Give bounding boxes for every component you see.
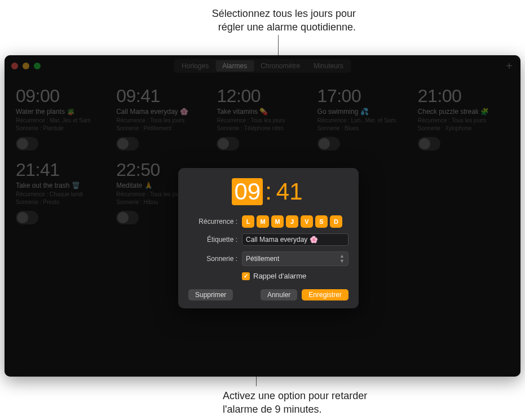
- time-minutes[interactable]: 41: [274, 178, 305, 205]
- etiquette-label: Étiquette :: [188, 236, 242, 244]
- alarm-toggle[interactable]: [217, 137, 239, 151]
- snooze-row: ✓ Rappel d'alarme: [242, 272, 348, 280]
- tab-alarmes[interactable]: Alarmes: [215, 60, 254, 72]
- callout-text: l'alarme de 9 minutes.: [223, 404, 322, 415]
- alarm-repeat: Récurrence : Tous les jours: [217, 117, 308, 123]
- alarm-sound: Sonnerie : Presto: [16, 199, 107, 205]
- day-sunday[interactable]: D: [330, 215, 342, 228]
- repeat-row: Récurrence : L M M J V S D: [188, 215, 348, 228]
- delete-button[interactable]: Supprimer: [188, 289, 233, 300]
- snooze-checkbox[interactable]: ✓: [242, 272, 250, 280]
- day-thursday[interactable]: J: [286, 215, 298, 228]
- alarm-label: Go swimming 💦: [317, 108, 409, 116]
- callout-text: Activez une option pour retarder: [223, 390, 367, 401]
- alarm-repeat: Récurrence : Tous les jours: [116, 117, 208, 123]
- alarm-time: 09:00: [16, 86, 107, 107]
- chevron-updown-icon: ▲▼: [339, 254, 345, 264]
- alarm-label: Take vitamins 💊: [217, 108, 308, 116]
- alarm-card[interactable]: 17:00 Go swimming 💦 Récurrence : Lun., M…: [317, 86, 409, 151]
- alarm-label: Call Mama everyday 🌸: [116, 108, 208, 116]
- alarm-toggle[interactable]: [418, 137, 440, 151]
- minimize-icon[interactable]: [23, 63, 29, 69]
- titlebar: Horloges Alarmes Chronomètre Minuteurs +: [5, 55, 520, 77]
- window-controls: [11, 63, 41, 69]
- fullscreen-icon[interactable]: [34, 63, 41, 69]
- alarm-repeat: Récurrence : Lun., Mer. et Sam.: [317, 117, 409, 123]
- sonnerie-label: Sonnerie :: [188, 255, 242, 263]
- tab-chronometre[interactable]: Chronomètre: [254, 60, 307, 72]
- alarm-time: 21:41: [16, 160, 107, 180]
- alarm-toggle[interactable]: [116, 211, 139, 224]
- cancel-button[interactable]: Annuler: [261, 289, 297, 300]
- alarm-label: Check puzzle streak 🧩: [418, 108, 509, 116]
- callout-bottom: Activez une option pour retarder l'alarm…: [223, 389, 367, 417]
- alarm-card[interactable]: 12:00 Take vitamins 💊 Récurrence : Tous …: [217, 86, 308, 151]
- alarm-toggle[interactable]: [16, 137, 38, 151]
- day-monday[interactable]: L: [242, 215, 254, 228]
- day-wednesday[interactable]: M: [271, 215, 284, 228]
- alarm-card[interactable]: 21:00 Check puzzle streak 🧩 Récurrence :…: [418, 86, 509, 151]
- day-friday[interactable]: V: [301, 215, 313, 228]
- edit-alarm-modal: 09 : 41 Récurrence : L M M J V S D Étiqu…: [178, 168, 359, 308]
- alarm-time: 12:00: [217, 86, 308, 107]
- snooze-label: Rappel d'alarme: [253, 272, 306, 280]
- alarm-sound: Sonnerie : Xylophone: [418, 125, 509, 131]
- alarm-sound: Sonnerie : Plantule: [16, 125, 107, 131]
- etiquette-input[interactable]: Call Mama everyday 🌸: [242, 233, 348, 246]
- time-hours[interactable]: 09: [232, 178, 263, 205]
- alarm-toggle[interactable]: [16, 211, 38, 224]
- callout-text: Sélectionnez tous les jours pour: [212, 8, 356, 19]
- alarm-time: 21:00: [418, 86, 509, 107]
- tab-horloges[interactable]: Horloges: [175, 60, 215, 72]
- close-icon[interactable]: [11, 63, 18, 69]
- alarm-card[interactable]: 21:41 Take out the trash 🗑️ Récurrence :…: [16, 160, 107, 224]
- time-colon: :: [264, 178, 273, 205]
- sonnerie-select[interactable]: Pétillement ▲▼: [242, 251, 348, 266]
- day-saturday[interactable]: S: [315, 215, 328, 228]
- alarm-repeat: Récurrence : Chaque lundi: [16, 191, 107, 197]
- alarm-toggle[interactable]: [317, 137, 340, 151]
- sonnerie-value: Pétillement: [246, 255, 279, 263]
- time-picker[interactable]: 09 : 41: [188, 178, 348, 205]
- alarm-time: 17:00: [317, 86, 409, 107]
- alarm-sound: Sonnerie : Blues: [317, 125, 409, 131]
- save-button[interactable]: Enregistrer: [302, 289, 348, 300]
- label-row: Étiquette : Call Mama everyday 🌸: [188, 233, 348, 246]
- alarm-time: 09:41: [116, 86, 208, 107]
- alarm-card[interactable]: 09:00 Water the plants 🪴 Récurrence : Ma…: [16, 86, 107, 151]
- tab-minuteurs[interactable]: Minuteurs: [307, 60, 350, 72]
- alarm-card[interactable]: 09:41 Call Mama everyday 🌸 Récurrence : …: [116, 86, 208, 151]
- callout-text: régler une alarme quotidienne.: [218, 21, 356, 33]
- sound-row: Sonnerie : Pétillement ▲▼: [188, 251, 348, 266]
- alarm-sound: Sonnerie : Pétillement: [116, 125, 208, 131]
- alarm-sound: Sonnerie : Téléphone rétro: [217, 125, 308, 131]
- day-pills: L M M J V S D: [242, 215, 342, 228]
- add-alarm-button[interactable]: +: [506, 60, 513, 73]
- alarm-repeat: Récurrence : Tous les jours: [418, 117, 509, 123]
- alarm-repeat: Récurrence : Mar, Jeu et Sam: [16, 117, 107, 123]
- callout-top: Sélectionnez tous les jours pour régler …: [59, 7, 356, 34]
- alarm-label: Water the plants 🪴: [16, 108, 107, 116]
- modal-button-row: Supprimer Annuler Enregistrer: [188, 289, 348, 300]
- alarm-label: Take out the trash 🗑️: [16, 182, 107, 189]
- day-tuesday[interactable]: M: [257, 215, 269, 228]
- alarm-toggle[interactable]: [116, 137, 139, 151]
- clock-app-window: Horloges Alarmes Chronomètre Minuteurs +…: [5, 55, 520, 377]
- repeat-label: Récurrence :: [188, 218, 242, 226]
- tab-segmented-control: Horloges Alarmes Chronomètre Minuteurs: [174, 59, 351, 73]
